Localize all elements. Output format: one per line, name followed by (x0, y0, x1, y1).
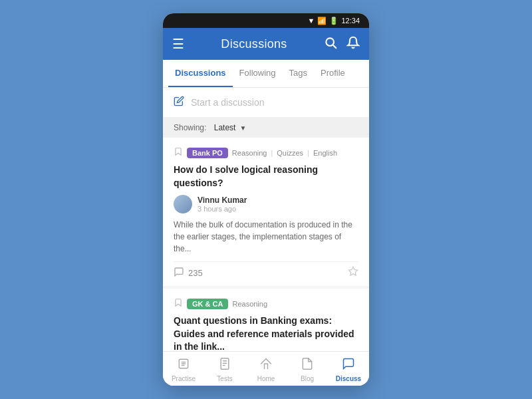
bottom-nav-blog[interactable]: Blog (291, 356, 324, 383)
page-title: Discussions (221, 37, 287, 51)
search-icon[interactable] (324, 36, 337, 53)
edit-icon (174, 96, 184, 109)
status-bar: ▼ 📶 🔋 12:34 (163, 13, 369, 28)
blog-icon (301, 357, 314, 374)
card-1-author: Vinnu Kumar 3 hours ago (174, 195, 358, 213)
status-icons: ▼ 📶 🔋 12:34 (308, 17, 360, 25)
home-icon (259, 357, 273, 374)
start-discussion-placeholder: Start a discussion (191, 97, 265, 108)
card-1-author-name: Vinnu Kumar (198, 196, 247, 205)
practise-label: Practise (172, 375, 196, 382)
wifi-icon: ▼ (308, 17, 315, 25)
time-label: 12:34 (341, 17, 360, 25)
content-area: Start a discussion Showing: Latest ▼ Ban… (163, 88, 369, 351)
card-1-tag-reasoning: Reasoning (232, 149, 267, 157)
showing-bar: Showing: Latest ▼ (163, 118, 369, 138)
discuss-label: Discuss (336, 375, 361, 382)
tab-profile[interactable]: Profile (314, 60, 352, 87)
discussion-card-2: GK & CA Reasoning Quant questions in Ban… (163, 289, 369, 351)
tab-discussions[interactable]: Discussions (168, 60, 233, 87)
phone-frame: ▼ 📶 🔋 12:34 ☰ Discussions Discussions Fo… (163, 13, 369, 386)
signal-icon: 📶 (317, 17, 327, 25)
card-2-title[interactable]: Quant questions in Banking exams: Guides… (174, 315, 358, 351)
top-nav: ☰ Discussions (163, 28, 369, 60)
separator-1: | (271, 149, 273, 157)
card-1-author-info: Vinnu Kumar 3 hours ago (198, 196, 247, 213)
tab-tags[interactable]: Tags (283, 60, 314, 87)
chevron-down-icon: ▼ (239, 124, 246, 132)
svg-rect-7 (221, 358, 229, 369)
card-1-title[interactable]: How do I solve logical reasoning questio… (174, 164, 358, 190)
discuss-icon (342, 357, 355, 374)
home-label: Home (257, 375, 275, 382)
bottom-nav-practise[interactable]: Practise (167, 356, 200, 383)
card-1-tag-quizzes: Quizzes (277, 149, 303, 157)
card-1-tag-english: English (313, 149, 337, 157)
showing-label: Showing: (174, 123, 206, 132)
start-discussion-bar[interactable]: Start a discussion (163, 88, 369, 118)
bookmark-tag-icon-2 (174, 298, 183, 309)
card-1-comments: 235 (174, 267, 203, 279)
tab-following[interactable]: Following (233, 60, 283, 87)
bottom-nav-home[interactable]: Home (249, 356, 283, 383)
practise-icon (177, 357, 190, 374)
discussion-card-1: Bank PO Reasoning | Quizzes | English Ho… (163, 138, 369, 286)
bottom-nav-discuss[interactable]: Discuss (332, 356, 365, 383)
card-1-tags: Bank PO Reasoning | Quizzes | English (174, 147, 358, 158)
bell-icon[interactable] (346, 36, 360, 53)
card-2-tags: GK & CA Reasoning (174, 298, 358, 309)
card-1-excerpt: While the bulk of documentation is produ… (174, 219, 358, 255)
menu-icon[interactable]: ☰ (172, 36, 184, 52)
comment-icon (174, 267, 184, 279)
battery-icon: 🔋 (329, 17, 338, 25)
tests-icon (218, 357, 231, 374)
card-1-author-time: 3 hours ago (198, 205, 247, 213)
svg-marker-2 (348, 267, 357, 276)
card-1-badge: Bank PO (187, 148, 228, 158)
bottom-nav: Practise Tests Home Blo (163, 351, 369, 386)
top-nav-icons (324, 36, 360, 53)
card-2-badge: GK & CA (187, 299, 228, 309)
svg-line-1 (333, 45, 336, 48)
card-1-bookmark-icon[interactable] (348, 266, 358, 279)
card-1-avatar (174, 195, 192, 213)
showing-value[interactable]: Latest (214, 123, 236, 132)
bottom-nav-tests[interactable]: Tests (208, 356, 241, 383)
card-1-footer: 235 (174, 261, 358, 279)
blog-label: Blog (301, 375, 314, 382)
bookmark-tag-icon (174, 147, 183, 158)
separator-2: | (307, 149, 309, 157)
card-1-comment-count: 235 (188, 268, 203, 278)
card-2-tag-reasoning: Reasoning (232, 300, 267, 308)
tests-label: Tests (217, 375, 232, 382)
tabs-bar: Discussions Following Tags Profile (163, 60, 369, 88)
